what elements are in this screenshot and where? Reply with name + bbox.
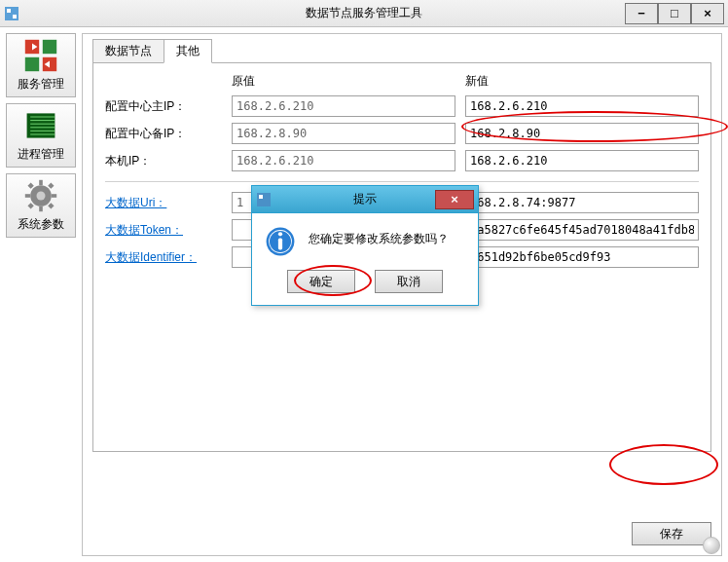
dialog-titlebar: 提示 × xyxy=(252,186,478,213)
tab-strip: 数据节点 其他 xyxy=(92,42,711,63)
svg-point-15 xyxy=(37,192,46,201)
sidebar-item-label: 系统参数 xyxy=(18,216,64,233)
window-titlebar: 数据节点服务管理工具 − □ × xyxy=(0,0,728,27)
svg-rect-16 xyxy=(39,180,43,185)
window-minimize-button[interactable]: − xyxy=(625,3,658,24)
window-title: 数据节点服务管理工具 xyxy=(306,5,422,21)
sidebar-item-system-params[interactable]: 系统参数 xyxy=(6,173,76,238)
main-ip-new-input[interactable] xyxy=(465,95,699,117)
token-new-input[interactable] xyxy=(465,219,699,241)
dialog-ok-button[interactable]: 确定 xyxy=(287,270,355,293)
svg-rect-23 xyxy=(27,203,33,208)
window-close-button[interactable]: × xyxy=(691,3,724,24)
info-icon xyxy=(264,225,297,258)
svg-rect-25 xyxy=(259,195,263,199)
tab-other[interactable]: 其他 xyxy=(164,39,212,63)
svg-rect-22 xyxy=(48,182,54,188)
svg-point-29 xyxy=(278,232,282,236)
tab-data-nodes[interactable]: 数据节点 xyxy=(92,39,164,63)
sidebar-item-label: 服务管理 xyxy=(18,76,64,93)
chip-icon xyxy=(22,108,59,143)
app-icon xyxy=(4,6,19,21)
svg-rect-4 xyxy=(43,40,56,54)
dialog-close-button[interactable]: × xyxy=(435,190,474,209)
sidebar: 服务管理 进程管理 xyxy=(0,27,82,562)
backup-ip-old-input[interactable] xyxy=(232,123,455,144)
row-label-backup-ip: 配置中心备IP： xyxy=(105,126,222,142)
svg-rect-21 xyxy=(48,203,54,208)
dialog-app-icon xyxy=(256,192,272,207)
uri-new-input[interactable] xyxy=(465,192,699,213)
main-ip-old-input[interactable] xyxy=(232,95,455,117)
svg-rect-5 xyxy=(25,57,39,71)
row-label-main-ip: 配置中心主IP： xyxy=(105,98,222,115)
dialog-cancel-button[interactable]: 取消 xyxy=(375,270,443,293)
confirm-dialog: 提示 × 您确定要修改系统参数吗？ 确定 取消 xyxy=(251,185,479,306)
sidebar-item-process-manage[interactable]: 进程管理 xyxy=(6,103,76,168)
dialog-message: 您确定要修改系统参数吗？ xyxy=(309,225,449,247)
gear-icon xyxy=(22,178,59,213)
row-label-identifier[interactable]: 大数据Identifier： xyxy=(105,249,222,266)
local-ip-old-input[interactable] xyxy=(232,150,455,171)
identifier-new-input[interactable] xyxy=(465,246,699,268)
svg-rect-30 xyxy=(278,239,282,250)
dialog-title: 提示 xyxy=(353,191,377,207)
backup-ip-new-input[interactable] xyxy=(465,123,699,144)
column-old-header: 原值 xyxy=(232,73,455,90)
sidebar-item-service-manage[interactable]: 服务管理 xyxy=(6,33,76,97)
row-label-token[interactable]: 大数据Token： xyxy=(105,222,222,239)
svg-rect-20 xyxy=(27,182,33,188)
svg-rect-19 xyxy=(52,194,56,198)
save-button[interactable]: 保存 xyxy=(632,522,711,545)
sidebar-item-label: 进程管理 xyxy=(18,146,64,163)
svg-rect-18 xyxy=(25,194,30,198)
svg-rect-17 xyxy=(39,206,43,211)
svg-rect-1 xyxy=(7,9,11,13)
status-indicator-icon xyxy=(703,537,720,554)
recycle-icon xyxy=(22,38,59,73)
row-label-local-ip: 本机IP： xyxy=(105,153,222,169)
column-new-header: 新值 xyxy=(465,73,699,90)
local-ip-new-input[interactable] xyxy=(465,150,699,171)
window-maximize-button[interactable]: □ xyxy=(658,3,691,24)
svg-rect-2 xyxy=(13,15,17,19)
row-label-uri[interactable]: 大数据Uri： xyxy=(105,195,222,211)
